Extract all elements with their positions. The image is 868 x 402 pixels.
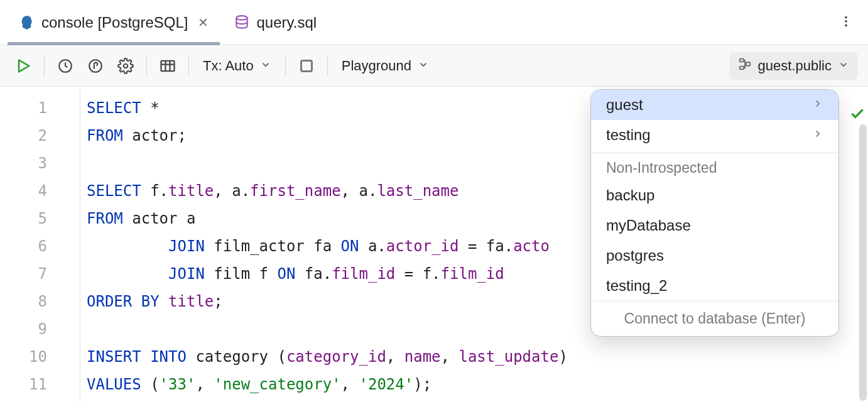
chevron-down-icon [260,58,271,74]
db-item-label: testing [606,126,651,144]
svg-rect-10 [746,62,749,66]
separator [327,55,328,77]
db-item-label: myDatabase [606,217,691,234]
svg-rect-9 [739,66,743,69]
gutter-line: 3 [0,149,47,177]
code-line[interactable]: ORDER BY title; [87,288,568,315]
code-line[interactable]: FROM actor a [87,205,568,232]
tx-mode-dropdown[interactable]: Tx: Auto [197,53,278,79]
db-item-label: backup [606,187,654,204]
svg-point-3 [845,24,847,27]
svg-point-0 [237,16,247,20]
code-area[interactable]: SELECT *FROM actor; SELECT f.title, a.fi… [80,87,568,402]
gutter-line: 11 [0,371,47,398]
code-line[interactable]: INSERT INTO category (category_id, name,… [87,343,568,371]
gutter-line: 10 [0,343,47,371]
tab-label: console [PostgreSQL] [41,14,188,31]
database-popup: guesttesting Non-Introspected backupmyDa… [590,89,839,337]
code-line[interactable]: JOIN film_actor fa ON a.actor_id = fa.ac… [87,232,568,260]
toolbar: Tx: Auto Playground guest.public [0,45,868,87]
run-button[interactable] [10,53,36,79]
tab-label: query.sql [256,14,317,31]
db-item-label: postgres [606,247,664,264]
separator [146,55,147,77]
svg-point-5 [89,60,102,72]
db-item-testing_2[interactable]: testing_2 [591,271,838,301]
gutter-line: 4 [0,177,47,205]
check-icon [849,106,865,126]
postgres-icon [19,14,35,31]
code-line[interactable]: SELECT * [87,94,568,122]
gutter-line: 2 [0,122,47,149]
gutter: 1234567891011 [0,87,80,402]
tx-mode-label: Tx: Auto [203,58,254,74]
session-dropdown[interactable]: Playground [335,53,435,79]
status-strip [847,87,868,402]
more-menu-icon[interactable] [832,7,860,38]
chevron-right-icon [812,127,823,143]
gutter-line: 1 [0,94,47,122]
schema-selector[interactable]: guest.public [729,52,858,80]
db-item-testing[interactable]: testing [591,120,838,150]
code-line[interactable]: VALUES ('33', 'new_category', '2024'); [87,371,568,398]
db-item-guest[interactable]: guest [591,90,838,120]
db-section-header: Non-Introspected [591,153,838,180]
tab-query[interactable]: query.sql [222,0,328,45]
close-icon[interactable]: ✕ [198,15,209,30]
explain-plan-button[interactable] [82,53,109,79]
db-item-label: testing_2 [606,277,667,295]
code-line[interactable] [87,149,568,177]
svg-point-1 [845,16,847,19]
schema-icon [738,57,752,75]
tab-console[interactable]: console [PostgreSQL] ✕ [8,0,220,45]
gutter-line: 7 [0,260,47,288]
db-item-myDatabase[interactable]: myDatabase [591,210,838,241]
svg-rect-7 [161,60,175,70]
code-line[interactable]: FROM actor; [87,122,568,149]
db-item-postgres[interactable]: postgres [591,241,838,271]
separator [285,55,286,77]
tab-bar: console [PostgreSQL] ✕ query.sql [0,0,868,45]
db-popup-footer: Connect to database (Enter) [591,301,838,336]
svg-point-2 [845,20,847,23]
svg-point-6 [124,63,128,68]
gutter-line: 9 [0,315,47,343]
gutter-line: 8 [0,288,47,315]
separator [44,55,45,77]
separator [188,55,189,77]
code-line[interactable]: SELECT f.title, a.first_name, a.last_nam… [87,177,568,205]
settings-button[interactable] [112,53,139,79]
chevron-right-icon [812,97,823,113]
svg-rect-8 [739,58,743,62]
gutter-line: 6 [0,232,47,260]
db-item-label: guest [606,96,643,114]
chevron-down-icon [418,58,429,74]
code-line[interactable]: JOIN film f ON fa.film_id = f.film_id [87,260,568,288]
database-icon [234,14,250,31]
chevron-down-icon [838,58,849,74]
code-line[interactable] [87,315,568,343]
gutter-line: 5 [0,205,47,232]
history-button[interactable] [52,53,79,79]
table-view-button[interactable] [155,53,181,79]
schema-label: guest.public [758,58,832,74]
db-item-backup[interactable]: backup [591,180,838,210]
stop-button[interactable] [293,53,320,79]
scrollbar-thumb[interactable] [859,124,867,401]
session-label: Playground [342,58,411,74]
